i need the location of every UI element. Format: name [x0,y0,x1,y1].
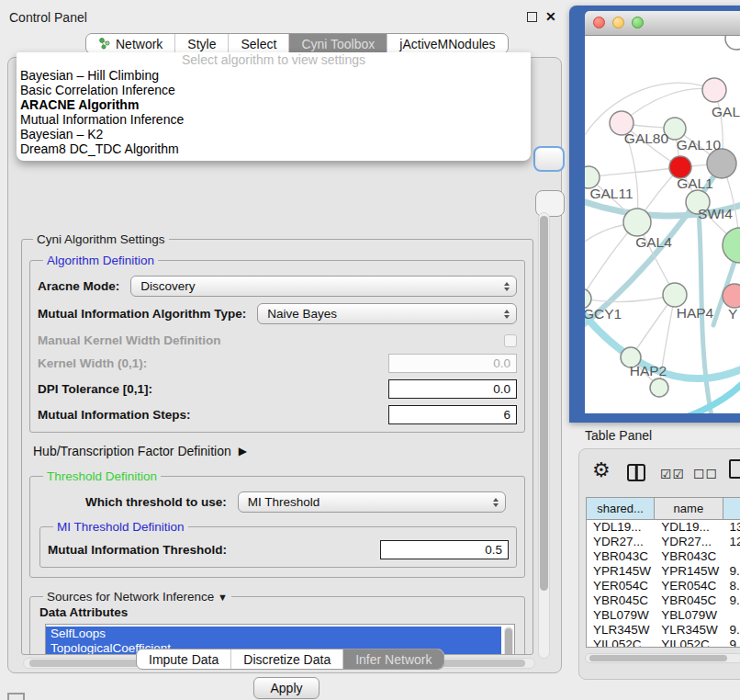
network-node[interactable] [707,149,736,178]
minimized-panel-grip[interactable] [7,693,25,700]
table-row[interactable]: YBL079WYBL079W [587,608,740,623]
network-node[interactable] [725,36,740,50]
table-row[interactable]: YBR043CYBR043C [587,549,740,564]
aracne-mode-combobox[interactable]: Discovery [130,276,517,297]
tab-infer-network[interactable]: Infer Network [342,649,443,669]
network-node-label: GAL10 [677,137,722,152]
network-node-label: GAL1 [677,175,713,191]
tab-jactivemnodules[interactable]: jActiveMNodules [387,34,507,53]
minimize-window-icon[interactable] [612,17,624,28]
application-window: Control Panel ✕ Network Style Select Cyn… [0,0,740,700]
table-row[interactable]: YDR27...YDR27...12 [587,535,740,549]
settings-vertical-scrollbar[interactable] [538,212,550,659]
which-threshold-combobox[interactable]: MI Threshold [238,491,506,513]
cyni-settings-legend: Cyni Algorithm Settings [33,232,169,246]
algorithm-option[interactable]: Mutual Information Inference [17,112,531,127]
dpi-tolerance-input[interactable]: 0.0 [388,379,517,399]
network-edge[interactable] [585,295,675,301]
algorithm-definition-group: Algorithm Definition Aracne Mode: Discov… [29,254,525,433]
tab-select[interactable]: Select [228,34,288,53]
zoom-window-icon[interactable] [632,17,644,28]
column-header-partial[interactable]: A [723,498,740,519]
network-node-label: Y [728,306,737,322]
network-node-label: SWI4 [698,206,733,221]
table-cell: 9. [723,593,740,608]
settings-gear-icon[interactable]: ⚙ [592,458,611,481]
close-window-icon[interactable] [593,17,605,28]
network-node-label: GAL4 [635,234,672,250]
network-window-titlebar[interactable] [585,11,740,36]
algorithm-option[interactable]: Basic Correlation Inference [17,83,531,97]
network-node-label: GAL80 [624,130,669,146]
control-panel-window-buttons: ✕ [527,11,556,22]
network-canvas[interactable]: GALGAL80GAL10GAL1GAL11SWI4GAL4GCY1HAP4YH… [585,36,740,413]
column-header-name[interactable]: name [655,498,723,519]
column-header-shared-name[interactable]: shared... [587,498,655,519]
table-row[interactable]: YDL19...YDL19...13 [587,520,740,535]
bottom-tab-bar: Impute Data Discretize Data Infer Networ… [136,649,444,670]
table-row[interactable]: YIL052CYIL052C9 [587,638,740,647]
algorithm-option[interactable]: Bayesian – Hill Climbing [17,68,531,83]
table-cell: YDR27... [655,535,723,549]
algorithm-option[interactable]: Bayesian – K2 [17,127,531,141]
mi-threshold-definition-legend: MI Threshold Definition [53,520,188,534]
table-cell [723,608,740,623]
dropdown-placeholder: Select algorithm to view settings [17,52,531,68]
network-edge[interactable] [622,88,714,123]
network-node[interactable] [623,209,651,236]
tab-impute-data[interactable]: Impute Data [137,649,230,669]
algorithm-definition-legend: Algorithm Definition [43,254,158,267]
select-all-icon[interactable]: ☑☑ [660,467,685,481]
stepper-arrows-icon [504,282,510,291]
table-scrollbar-thumb[interactable] [589,655,727,661]
tab-style[interactable]: Style [174,34,228,53]
list-scrollbar[interactable] [504,627,513,655]
algorithm-list: Bayesian – Hill ClimbingBasic Correlatio… [17,68,531,156]
table-row[interactable]: YLR345WYLR345W9. [587,623,740,638]
network-view-window[interactable]: GALGAL80GAL10GAL1GAL11SWI4GAL4GCY1HAP4YH… [569,6,740,423]
algorithm-option[interactable]: Dream8 DC_TDC Algorithm [17,141,531,156]
table-cell: YBL079W [655,608,723,623]
vertical-scrollbar-thumb[interactable] [540,216,548,591]
table-cell: YDL19... [655,520,723,535]
mi-algorithm-type-label: Mutual Information Algorithm Type: [38,307,246,321]
close-icon[interactable]: ✕ [545,11,556,22]
apply-button[interactable]: Apply [253,677,320,699]
float-window-icon[interactable] [527,12,537,22]
tab-cyni-toolbox[interactable]: Cyni Toolbox [288,34,387,53]
table-horizontal-scrollbar[interactable] [585,653,740,663]
table-row[interactable]: YBR045CYBR045C9. [587,593,740,608]
document-icon[interactable] [729,459,740,479]
control-panel-title: Control Panel [9,10,87,25]
hub-transcription-factor-expander[interactable]: Hub/Transcription Factor Definition ▶ [33,444,523,458]
manual-kernel-width-checkbox[interactable] [504,334,517,347]
table-header-row: shared... name A [587,498,740,520]
table-cell: 9 [723,638,740,647]
sources-legend[interactable]: Sources for Network Inference ▼ [43,590,231,604]
tab-discretize-data[interactable]: Discretize Data [230,649,342,669]
inference-algorithm-combobox-partial[interactable] [533,146,565,172]
table-cell: 9. [723,623,740,638]
table-row[interactable]: YER054CYER054C8. [587,579,740,593]
mi-threshold-input[interactable]: 0.5 [380,540,509,559]
table-cell: YIL052C [587,638,655,647]
network-node[interactable] [702,78,726,102]
network-node[interactable] [663,283,687,307]
tab-network[interactable]: Network [86,34,174,53]
tab-network-label: Network [116,37,163,51]
table-row[interactable]: YPR145WYPR145W9. [587,564,740,579]
algorithm-option[interactable]: ARACNE Algorithm [17,97,531,112]
table-cell: YDL19... [587,520,655,535]
expander-arrow-icon: ▶ [239,445,247,457]
mi-algorithm-type-combobox[interactable]: Naive Bayes [257,303,517,324]
data-attribute-item[interactable]: SelfLoops [46,627,501,641]
deselect-all-icon[interactable]: ☐☐ [693,467,718,481]
network-node[interactable] [650,378,668,397]
control-panel-tab-bar: Network Style Select Cyni Toolbox jActiv… [85,33,509,54]
network-node-label: HAP4 [677,305,714,321]
mi-steps-input[interactable]: 6 [388,405,517,424]
split-columns-icon[interactable] [627,464,645,481]
network-node[interactable] [723,284,740,308]
list-scrollbar-thumb[interactable] [505,628,512,655]
network-node-label: GAL [712,104,740,119]
